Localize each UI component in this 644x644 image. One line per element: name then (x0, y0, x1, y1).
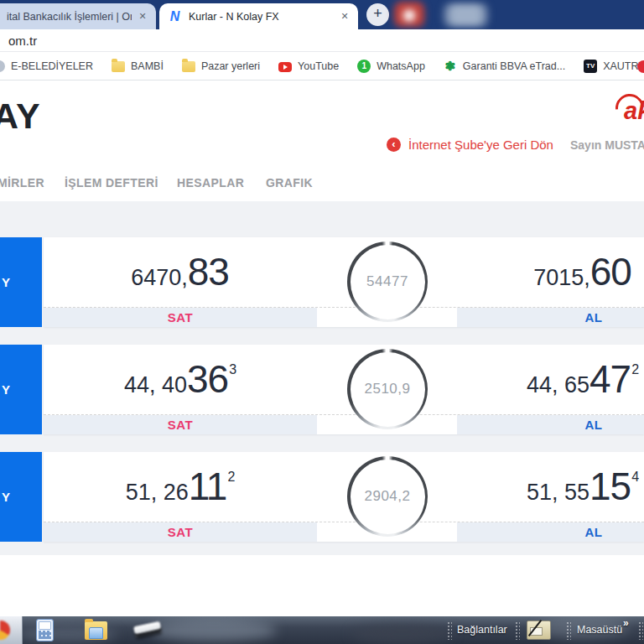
akbank-logo: ak (614, 94, 644, 127)
browser-icon (0, 621, 10, 640)
internet-branch-back-link[interactable]: İnternet Şube'ye Geri Dön (408, 138, 553, 152)
desktop-toolbar-label[interactable]: Masaüstü (577, 624, 622, 636)
gauge-value: 2904,2 (365, 488, 411, 505)
bookmarks-bar: E-BELEDİYELER BAMBİ Pazar yerleri YouTub… (0, 52, 644, 80)
gauge-value: 2510,9 (365, 381, 411, 397)
main-nav: MİRLER İŞLEM DEFTERİ HESAPLAR GRAFIK (0, 176, 644, 193)
tab-title: ital Bankacılık İşlemleri | Onlin (0, 11, 132, 23)
address-bar[interactable]: om.tr (0, 29, 644, 52)
sell-price[interactable]: 6470,83 (96, 249, 264, 296)
pair-code-block: Y (0, 452, 42, 542)
bookmark-garanti-etrade[interactable]: ❃ Garanti BBVA eTrad... (444, 60, 565, 73)
browser-frame: ital Bankacılık İşlemleri | Onlin ✕ N Ku… (0, 0, 644, 29)
bookmark-pazar-yerleri[interactable]: Pazar yerleri (182, 60, 260, 72)
nav-item-emirler[interactable]: MİRLER (0, 176, 44, 190)
header-links-row: ‹ İnternet Şube'ye Geri Dön Sayın MUSTAF… (0, 136, 644, 154)
new-tab-button[interactable]: + (366, 3, 389, 26)
url-text: om.tr (0, 34, 37, 48)
links-toolbar-label[interactable]: Bağlantılar (457, 624, 507, 636)
rate-card: 44, 40363 44, 65472 SAT AL 2510,9 (44, 345, 644, 434)
back-arrow-icon[interactable]: ‹ (387, 138, 401, 152)
sell-button[interactable]: SAT (96, 415, 264, 434)
folder-icon (112, 61, 125, 72)
red-circle-icon (637, 60, 644, 73)
page-content: AY ak ‹ İnternet Şube'ye Geri Dön Sayın … (0, 80, 644, 616)
tab-kurlar-active[interactable]: N Kurlar - N Kolay FX ✕ (159, 3, 358, 29)
tab-title: Kurlar - N Kolay FX (189, 11, 334, 23)
site-icon (0, 60, 5, 72)
tradingview-icon: TV (584, 60, 597, 73)
bookmark-label: WhatsApp (377, 60, 425, 72)
bookmark-bambi[interactable]: BAMBİ (112, 60, 164, 72)
folder-icon (182, 61, 195, 72)
clover-icon: ❃ (444, 60, 457, 73)
spread-gauge: 2510,9 (347, 349, 428, 429)
buy-price[interactable]: 7015,60 (491, 249, 644, 296)
bookmark-label: E-BELEDİYELER (11, 60, 93, 72)
wallpaper-cloud (352, 625, 453, 643)
nav-item-grafik[interactable]: GRAFIK (266, 176, 313, 190)
pair-code-block: Y (0, 237, 42, 327)
bookmark-youtube[interactable]: YouTube (278, 60, 339, 72)
windows-taskbar: Bağlantılar Masaüstü » (0, 616, 644, 644)
bookmark-label: Pazar yerleri (201, 60, 260, 72)
active-app-taskbar-button[interactable] (0, 616, 23, 644)
bookmark-whatsapp[interactable]: 1 WhatsApp (357, 60, 425, 73)
rate-row: Y 51, 26112 51, 55154 SAT AL 2904,2 (0, 452, 644, 542)
toolbar-grip-handle[interactable] (638, 621, 643, 640)
bookmark-label: BAMBİ (131, 60, 164, 72)
journal-pen-icon[interactable] (527, 621, 551, 640)
nkolay-favicon-icon: N (168, 9, 182, 23)
buy-button[interactable]: AL (527, 415, 644, 434)
nav-item-hesaplar[interactable]: HESAPLAR (177, 176, 244, 190)
buy-price[interactable]: 51, 55154 (491, 464, 644, 511)
bookmark-xautryg[interactable]: TV XAUTRYG 6.061,12... (584, 60, 644, 73)
wallpaper-cloud (151, 620, 277, 641)
bookmark-label: Garanti BBVA eTrad... (463, 60, 565, 72)
bookmark-label: YouTube (298, 60, 339, 72)
rate-row: Y 6470,83 7015,60 SAT AL 54477 (0, 237, 644, 327)
tab-banking[interactable]: ital Bankacılık İşlemleri | Onlin ✕ (0, 3, 156, 29)
sell-price[interactable]: 44, 40363 (96, 356, 264, 403)
file-explorer-icon[interactable] (85, 621, 107, 640)
screen: ital Bankacılık İşlemleri | Onlin ✕ N Ku… (0, 0, 644, 644)
spread-gauge: 2904,2 (347, 456, 428, 537)
toolbar-grip-handle[interactable] (515, 621, 520, 640)
rate-card: 51, 26112 51, 55154 SAT AL 2904,2 (44, 452, 644, 542)
blurred-gray-icon (443, 3, 489, 27)
sell-button[interactable]: SAT (96, 522, 264, 542)
close-icon[interactable]: ✕ (135, 9, 150, 24)
whatsapp-icon: 1 (357, 60, 371, 73)
toolbar-grip-handle[interactable] (447, 621, 452, 640)
spread-gauge: 54477 (347, 242, 428, 322)
rates-section: Y 6470,83 7015,60 SAT AL 54477 (0, 201, 644, 555)
toolbar-grip-handle[interactable] (566, 621, 571, 640)
buy-button[interactable]: AL (527, 308, 644, 327)
pair-code-block: Y (0, 345, 42, 434)
buy-button[interactable]: AL (527, 522, 644, 542)
buy-price[interactable]: 44, 65472 (491, 356, 644, 403)
blurred-red-icon (394, 2, 424, 27)
calculator-icon[interactable] (36, 619, 54, 641)
gauge-value: 54477 (366, 273, 408, 290)
nav-item-islem-defteri[interactable]: İŞLEM DEFTERİ (65, 176, 158, 190)
nkolay-logo: AY (0, 96, 41, 137)
close-icon[interactable]: ✕ (337, 9, 352, 24)
user-greeting: Sayın MUSTAFA (570, 138, 644, 152)
youtube-icon (278, 62, 292, 72)
sell-button[interactable]: SAT (96, 308, 264, 327)
rate-row: Y 44, 40363 44, 65472 SAT AL 2510,9 (0, 345, 644, 434)
toolbar-overflow-chevron[interactable]: » (623, 617, 629, 629)
bookmark-e-belediyeler[interactable]: E-BELEDİYELER (0, 60, 93, 72)
sell-price[interactable]: 51, 26112 (96, 464, 264, 511)
rate-card: 6470,83 7015,60 SAT AL 54477 (44, 237, 644, 327)
